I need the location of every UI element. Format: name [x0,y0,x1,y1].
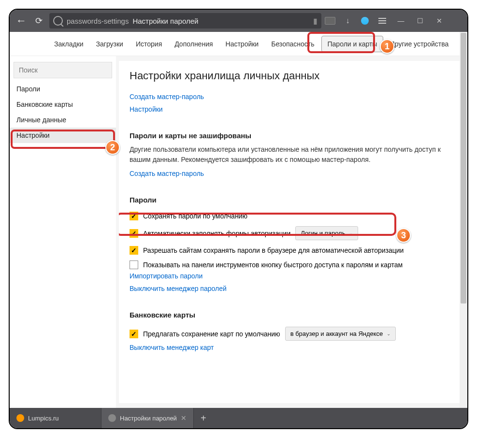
topnav-item[interactable]: Закладки [48,36,89,52]
browser-tab[interactable]: Lumpics.ru [10,408,101,428]
page-title: Настройки хранилища личных данных [130,70,452,82]
disable-card-manager-link[interactable]: Выключить менеджер карт [130,344,452,351]
allow-sites-row: Разрешать сайтам сохранять пароли в брау… [130,243,452,258]
sidebar-item-personal[interactable]: Личные данные [10,112,116,128]
passwords-section-head: Пароли [130,196,452,204]
encryption-warning-body: Другие пользователи компьютера или устан… [130,145,452,165]
address-title: Настройки паролей [132,17,198,25]
close-tab-icon[interactable]: ✕ [181,414,187,422]
favicon-icon [16,414,24,422]
annotation-badge-1: 1 [380,39,394,54]
browser-tabbar: Lumpics.ru Настройки паролей ✕ + [10,408,467,428]
weather-icon[interactable] [356,17,374,25]
encryption-warning-head: Пароли и карты не зашифрованы [130,131,452,140]
annotation-highlight-1 [307,32,375,53]
menu-button[interactable] [374,18,391,24]
tab-title: Lumpics.ru [28,415,59,422]
annotation-highlight-2 [11,130,115,149]
new-tab-button[interactable]: + [194,408,213,428]
address-bar[interactable]: passwords-settings Настройки паролей ▮ [49,13,321,29]
search-icon [53,16,63,26]
extension-icon[interactable] [321,17,339,25]
sidebar-item-cards[interactable]: Банковские карты [10,97,116,112]
minimize-button[interactable]: — [391,17,410,25]
scrollbar-thumb[interactable] [461,33,466,303]
topnav-item[interactable]: Другие устройства [384,36,454,52]
allow-sites-label: Разрешать сайтам сохранять пароли в брау… [143,246,404,254]
download-icon[interactable]: ↓ [339,16,356,25]
favicon-icon [108,414,116,422]
browser-tab-active[interactable]: Настройки паролей ✕ [101,408,194,428]
save-cards-label: Предлагать сохранение карт по умолчанию [143,330,280,338]
allow-sites-checkbox[interactable] [130,246,138,255]
chevron-down-icon: ⌄ [387,331,390,336]
maximize-button[interactable]: ☐ [410,17,430,25]
settings-topnav: Закладки Загрузки История Дополнения Нас… [10,32,467,56]
save-cards-dropdown[interactable]: в браузер и аккаунт на Яндексе ⌄ [285,327,396,341]
settings-link[interactable]: Настройки [130,105,452,113]
sidebar-search-input[interactable] [14,62,112,78]
settings-content: Настройки хранилища личных данных Создат… [119,61,463,403]
save-cards-dropdown-value: в браузер и аккаунт на Яндексе [290,330,383,337]
vertical-scrollbar[interactable] [460,32,467,408]
show-toolbar-button-row: Показывать на панели инструментов кнопку… [130,258,452,272]
annotation-badge-2: 2 [105,140,120,155]
show-toolbar-checkbox[interactable] [130,260,138,269]
sidebar-item-passwords[interactable]: Пароли [10,81,116,97]
create-master-password-link-2[interactable]: Создать мастер-пароль [130,170,452,177]
save-cards-checkbox[interactable] [130,330,138,338]
address-url: passwords-settings [67,17,129,25]
topnav-item[interactable]: Дополнения [169,36,218,52]
close-button[interactable]: ✕ [430,17,449,25]
annotation-badge-3: 3 [396,228,411,243]
disable-password-manager-link[interactable]: Выключить менеджер паролей [130,285,452,292]
cards-section-head: Банковские карты [130,311,452,319]
create-master-password-link[interactable]: Создать мастер-пароль [130,93,452,101]
save-cards-row: Предлагать сохранение карт по умолчанию … [130,324,452,344]
settings-sidebar: Пароли Банковские карты Личные данные На… [10,56,116,408]
show-toolbar-label: Показывать на панели инструментов кнопку… [143,261,403,269]
topnav-item[interactable]: Настройки [220,36,265,52]
annotation-highlight-3 [119,213,396,236]
browser-titlebar: ← ⟳ passwords-settings Настройки паролей… [10,10,467,32]
tab-title: Настройки паролей [120,415,177,422]
topnav-item[interactable]: Загрузки [90,36,129,52]
back-button[interactable]: ← [13,12,30,29]
reload-button[interactable]: ⟳ [30,12,47,29]
topnav-item[interactable]: История [130,36,168,52]
bookmark-icon[interactable]: ▮ [313,16,318,26]
import-passwords-link[interactable]: Импортировать пароли [130,272,452,280]
